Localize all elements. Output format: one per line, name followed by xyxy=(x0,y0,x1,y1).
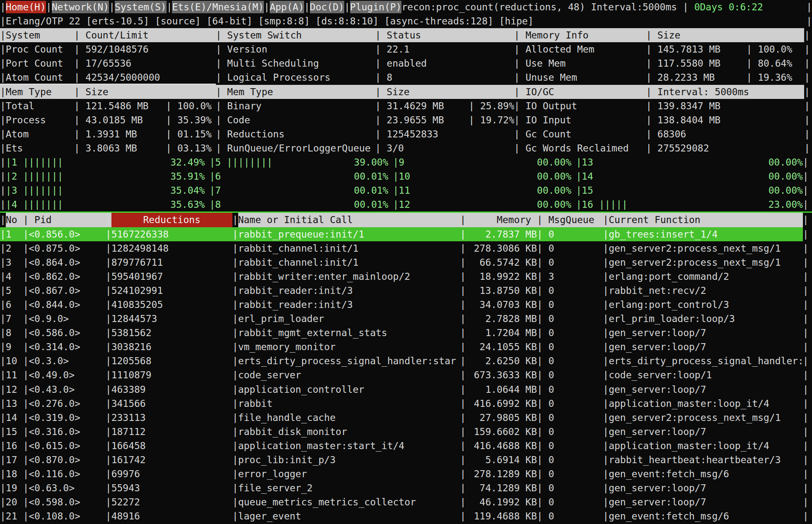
cell-memory: 278.1289 KB xyxy=(460,467,537,481)
separator xyxy=(304,0,310,14)
mem-type: Total xyxy=(0,99,74,113)
cell-no: 3 xyxy=(0,255,23,269)
cell-memory-text: 34.0703 KB xyxy=(480,298,537,312)
cell-no-text: 12 xyxy=(6,382,17,397)
cell-current-function: gen_server:loop/7 xyxy=(603,481,803,495)
cell-msgqueue-text: 0 xyxy=(549,495,554,509)
process-row: 11<0.49.0>1110879code_server673.3633 KB0… xyxy=(0,368,812,382)
cell-msgqueue-text: 0 xyxy=(549,312,554,326)
scheduler-usage-14: |1400.00% xyxy=(576,169,803,183)
cell-no-text: 19 xyxy=(6,481,17,495)
cell-name-text: rabbit_channel:init/1 xyxy=(238,255,359,269)
cell-no: 21 xyxy=(0,509,23,523)
scheduler-usage-16: |16|||||23.00% xyxy=(576,197,803,212)
cell-reductions: 52272 xyxy=(106,495,232,509)
cell-pid-text: <0.3.0> xyxy=(29,354,69,368)
cell-name-text: code_server xyxy=(238,368,301,382)
cell-no-text: 9 xyxy=(6,340,12,354)
cell-reductions-text: 595401967 xyxy=(111,269,163,284)
scheduler-usage-percent: 00.00% xyxy=(537,155,571,169)
separator xyxy=(806,0,812,14)
process-row: 13<0.276.0>341566rabbit416.6992 KB0appli… xyxy=(0,397,812,411)
cell-current-function-text: rabbit_net:recv/2 xyxy=(609,284,706,298)
memory-row-process: Process 43.0185 MB 35.39% Code 23.9655 M… xyxy=(0,113,812,127)
cell-msgqueue-text: 0 xyxy=(549,368,554,382)
cell-no: 6 xyxy=(0,298,23,312)
cell-pid-text: <0.875.0> xyxy=(29,241,80,255)
cell-msgqueue-text: 0 xyxy=(549,241,554,255)
cell-no: 18 xyxy=(0,467,23,481)
col-size: Size xyxy=(375,85,514,99)
row-end-pipe xyxy=(803,255,812,269)
cell-no-text: 18 xyxy=(6,467,17,481)
scheduler-usage-8: |800.01% xyxy=(209,197,393,212)
mem-type: Code xyxy=(216,113,375,127)
cell-memory-text: 2.7828 MB xyxy=(485,312,537,326)
switch-value: 22.1 xyxy=(375,42,514,56)
cell-current-function: gen_server2:process_next_msg/1 xyxy=(603,241,803,255)
cell-no-text: 10 xyxy=(6,354,17,368)
row-end-pipe xyxy=(803,411,812,425)
row-end-pipe xyxy=(804,113,812,127)
cell-msgqueue: 0 xyxy=(537,340,603,354)
scheduler-id: |9 xyxy=(393,155,405,169)
mem-size: 121.5486 MB xyxy=(74,99,166,113)
cell-name-text: rabbit xyxy=(238,397,273,411)
scheduler-id: |5 xyxy=(209,155,221,169)
cell-reductions-text: 410835205 xyxy=(111,298,163,312)
cell-reductions-text: 341566 xyxy=(111,397,146,411)
scheduler-id: |3 xyxy=(6,183,17,197)
col-count-limit: Count/Limit xyxy=(74,28,216,42)
tab-network[interactable]: Network(N) xyxy=(52,1,109,13)
scheduler-row: |2|||||||35.91%|600.01%|1000.00%|1400.00… xyxy=(0,169,812,183)
tab-app[interactable]: App(A) xyxy=(270,1,304,13)
scheduler-usage-bar: |||||||| xyxy=(221,155,273,169)
cell-name: error_logger xyxy=(232,467,460,481)
cell-pid: <0.49.0> xyxy=(23,368,105,382)
cell-no-text: 6 xyxy=(6,298,12,312)
cell-reductions: 12844573 xyxy=(106,312,232,326)
cell-name-text: rabbit_writer:enter_mainloop/2 xyxy=(238,269,410,284)
tab-doc[interactable]: Doc(D) xyxy=(310,1,344,13)
cell-memory: 1.7204 MB xyxy=(460,326,537,340)
cell-current-function-text: gen_server:loop/7 xyxy=(609,481,706,495)
cell-memory: 2.7837 MB xyxy=(460,227,537,241)
cell-name: rabbit_channel:init/1 xyxy=(232,241,460,255)
tab-home[interactable]: Home(H) xyxy=(6,1,46,13)
tab-plugin[interactable]: Plugin(P) xyxy=(350,1,402,13)
cell-name-text: file_server_2 xyxy=(238,481,313,495)
tab-system[interactable]: System(S) xyxy=(115,1,167,13)
cell-msgqueue-text: 0 xyxy=(549,284,554,298)
separator xyxy=(0,155,6,169)
cell-current-function-text: erts_dirty_process_signal_handler: xyxy=(609,354,803,368)
row-end-pipe xyxy=(804,85,812,99)
cell-msgqueue-text: 0 xyxy=(549,382,554,397)
cell-no-text: 7 xyxy=(6,312,12,326)
tab-ets-mnesia[interactable]: Ets(E)/Mnesia(M) xyxy=(172,1,264,13)
cell-pid: <0.615.0> xyxy=(23,439,105,453)
cell-reductions-text: 161742 xyxy=(111,453,146,467)
cell-pid: <0.870.0> xyxy=(23,453,105,467)
io-gc-value: 68306 xyxy=(646,127,804,141)
col-interval: Interval: 5000ms xyxy=(646,85,804,99)
cell-name-text: erl_prim_loader xyxy=(238,312,324,326)
col-reductions-sort[interactable]: Reductions xyxy=(106,213,232,227)
cell-name: rabbit_writer:enter_mainloop/2 xyxy=(232,269,460,284)
cell-current-function-text: gen_server2:process_next_msg/1 xyxy=(609,255,781,269)
cell-current-function: gen_server2:process_next_msg/1 xyxy=(603,255,803,269)
separator xyxy=(167,0,172,14)
cell-no: 2 xyxy=(0,241,23,255)
cell-pid-text: <0.9.0> xyxy=(29,312,69,326)
process-row: 1<0.856.0>5167226338rabbit_prequeue:init… xyxy=(0,227,812,241)
system-row-atom-count: Atom Count 42534/5000000 Logical Process… xyxy=(0,70,812,84)
cell-msgqueue: 0 xyxy=(537,227,603,241)
cell-no: 9 xyxy=(0,340,23,354)
cell-msgqueue: 0 xyxy=(537,481,603,495)
cell-pid: <0.862.0> xyxy=(23,269,105,284)
otp-banner-text: Erlang/OTP 22 [erts-10.5] [source] [64-b… xyxy=(6,14,534,28)
cell-msgqueue-text: 0 xyxy=(549,298,554,312)
cell-pid: <0.116.0> xyxy=(23,467,105,481)
cell-reductions-text: 69976 xyxy=(111,467,140,481)
cell-name: proc_lib:init_p/3 xyxy=(232,453,460,467)
metric-label: Atom Count xyxy=(0,70,74,84)
